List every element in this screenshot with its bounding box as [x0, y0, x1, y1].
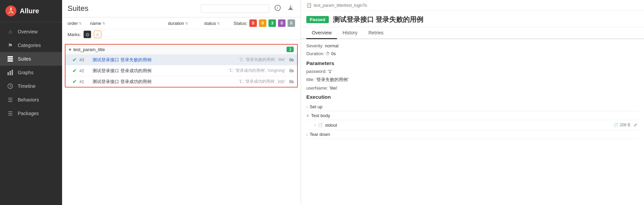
item-name-2: 测试登录接口 登录成功的用例 — [92, 68, 226, 74]
param-title-key: title: — [306, 77, 314, 82]
setup-label: Set up — [310, 104, 323, 109]
severity-label: Severity: — [306, 43, 324, 48]
test-body-item[interactable]: ∨ Test body — [306, 111, 639, 120]
status-badge-skipped: 0 — [278, 19, 286, 27]
detail-path-text: test_param_title#test_loginTo — [314, 3, 367, 8]
sidebar-item-overview[interactable]: ⌂ Overview — [0, 25, 62, 38]
suites-icon — [7, 56, 14, 62]
teardown-label: Tear down — [310, 132, 330, 137]
status-section: Status: 0 0 3 0 0 — [234, 19, 295, 27]
sidebar-item-suites[interactable]: Suites — [0, 52, 62, 66]
packages-icon: ☰ — [7, 110, 14, 117]
item-name-1: 测试登录接口 登录成功的用例 — [92, 79, 236, 85]
stdout-item[interactable]: › 📄 stdout 📄 206 B ⤢ — [306, 120, 639, 130]
param-username-row: userName: 'lilei' — [306, 85, 639, 91]
tab-retries[interactable]: Retries — [363, 27, 389, 39]
suites-title: Suites — [68, 4, 88, 13]
marks-label: Marks: — [68, 32, 81, 37]
suite-tree: ▾ test_param_title 3 ✔ #3 测试登录接口 登录失败的用例… — [62, 40, 301, 92]
tab-history[interactable]: History — [337, 27, 363, 39]
pass-icon-2: ✔ — [72, 67, 77, 74]
item-number-3: #3 — [79, 58, 90, 62]
severity-row: Severity: normal — [306, 43, 639, 48]
suite-item-1[interactable]: ✔ #1 测试登录接口 登录成功的用例 '1', '登录成功的用例', 'joj… — [65, 76, 297, 87]
marks-row: Marks: ⊙ ⚠ — [62, 29, 301, 40]
item-duration-2: 0s — [289, 68, 294, 73]
setup-item[interactable]: › Set up — [306, 102, 639, 111]
suite-group-name: test_param_title — [73, 47, 105, 52]
tab-overview[interactable]: Overview — [306, 27, 337, 39]
sidebar-item-packages[interactable]: ☰ Packages — [0, 107, 62, 120]
col-header-name[interactable]: name ⇅ — [90, 21, 166, 26]
mark-warning-icon[interactable]: ⚠ — [94, 31, 101, 38]
svg-rect-4 — [8, 72, 9, 75]
status-label: Status: — [234, 21, 247, 26]
file-icon: 📄 — [318, 123, 323, 127]
sidebar-item-label: Suites — [18, 56, 31, 62]
svg-rect-6 — [12, 70, 13, 75]
detail-panel: 📋 test_param_title#test_loginTo Passed 测… — [301, 0, 644, 205]
search-input[interactable] — [201, 4, 269, 13]
setup-chevron-icon: › — [306, 105, 308, 109]
column-headers: order ⇅ name ⇅ duration ⇅ status ⇅ Statu… — [62, 17, 301, 29]
test-body-chevron-icon: ∨ — [306, 113, 309, 118]
col-duration-label: duration — [168, 21, 184, 26]
graphs-icon — [7, 69, 14, 76]
main-content: Suites i order ⇅ name ⇅ — [62, 0, 644, 205]
suites-panel: Suites i order ⇅ name ⇅ — [62, 0, 301, 205]
col-status-label: status — [204, 21, 216, 26]
sidebar-item-timeline[interactable]: Timeline — [0, 79, 62, 93]
svg-text:i: i — [277, 6, 278, 10]
sort-arrows-order: ⇅ — [79, 21, 82, 25]
expand-button[interactable]: ⤢ — [632, 122, 639, 128]
item-duration-1: 0s — [289, 79, 294, 84]
param-password-key: password: — [306, 69, 326, 74]
timeline-icon — [7, 83, 14, 90]
param-title-value: '登录失败的用例' — [316, 77, 349, 83]
col-header-status[interactable]: status ⇅ — [204, 21, 232, 26]
svg-rect-1 — [8, 56, 13, 58]
item-params-2: '1', '登录成功的用例', 'rongrong' — [229, 68, 286, 74]
download-button[interactable] — [286, 3, 295, 14]
suites-header: Suites i — [62, 0, 301, 17]
suite-group-header[interactable]: ▾ test_param_title 3 — [65, 45, 297, 54]
sidebar-item-label: Categories — [18, 43, 41, 48]
sidebar-item-label: Behaviors — [18, 97, 39, 102]
behaviors-icon: ☰ — [7, 96, 14, 103]
file-size-icon: 📄 — [613, 123, 618, 127]
teardown-item[interactable]: › Tear down — [306, 130, 639, 139]
app-title: Allure — [20, 7, 39, 15]
col-header-duration[interactable]: duration ⇅ — [168, 21, 202, 26]
item-duration-3: 0s — [289, 58, 294, 62]
col-name-label: name — [90, 21, 101, 26]
parameters-title: Parameters — [306, 60, 639, 66]
sidebar-item-behaviors[interactable]: ☰ Behaviors — [0, 93, 62, 107]
svg-rect-5 — [10, 71, 11, 75]
info-button[interactable]: i — [273, 3, 282, 14]
sidebar-item-graphs[interactable]: Graphs — [0, 66, 62, 79]
sidebar-item-label: Timeline — [18, 83, 35, 89]
duration-row: Duration: ⏱ 0s — [306, 51, 639, 56]
copy-icon: 📋 — [306, 3, 312, 8]
col-header-order[interactable]: order ⇅ — [68, 21, 88, 26]
suite-item-2[interactable]: ✔ #2 测试登录接口 登录成功的用例 '1', '登录成功的用例', 'ron… — [65, 65, 297, 76]
duration-icon: ⏱ — [326, 51, 330, 56]
sidebar-logo: Allure — [0, 0, 62, 22]
sort-arrows-status: ⇅ — [217, 21, 220, 25]
svg-rect-3 — [8, 60, 13, 62]
detail-tabs: Overview History Retries — [301, 27, 644, 39]
item-number-2: #2 — [79, 68, 90, 73]
content-flex: Suites i order ⇅ name ⇅ — [62, 0, 644, 205]
stdout-size-value: 206 B — [620, 123, 630, 127]
suite-count-badge: 3 — [287, 47, 294, 52]
col-order-label: order — [68, 21, 78, 26]
pass-icon-3: ✔ — [72, 57, 77, 63]
sidebar-item-categories[interactable]: ⚑ Categories — [0, 38, 62, 52]
stdout-size: 📄 206 B — [613, 123, 630, 127]
mark-flaky-icon[interactable]: ⊙ — [84, 31, 91, 38]
sidebar-item-label: Packages — [18, 111, 39, 116]
param-username-value: 'lilei' — [330, 85, 338, 91]
param-password-row: password: '1' — [306, 69, 639, 74]
suite-item-3[interactable]: ✔ #3 测试登录接口 登录失败的用例 '1', '登录失败的用例', 'lil… — [65, 54, 297, 65]
detail-header-path: 📋 test_param_title#test_loginTo — [301, 0, 644, 11]
